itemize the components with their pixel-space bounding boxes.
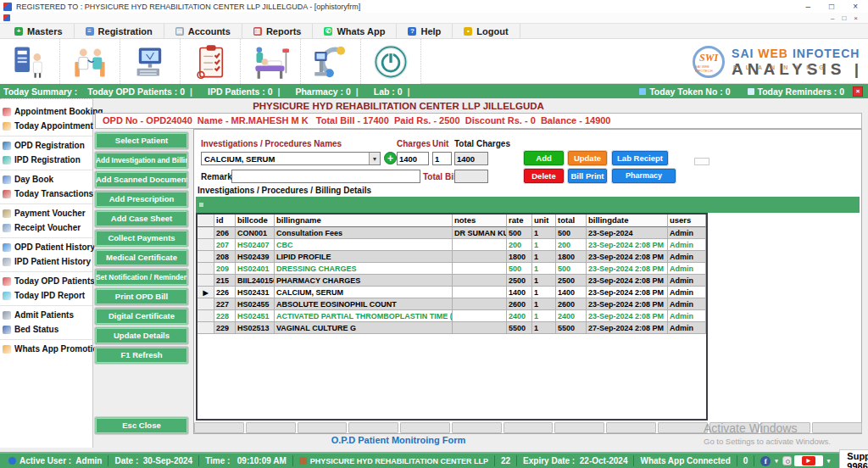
scrollbar-segment[interactable] xyxy=(194,422,244,433)
grid-column-billingname[interactable]: billingname xyxy=(275,214,453,227)
add-prescription-button[interactable]: Add Prescription xyxy=(95,191,188,208)
menu-item-help[interactable]: ?Help xyxy=(397,24,453,38)
facebook-caret-icon[interactable]: ▾ xyxy=(775,458,778,465)
youtube-caret-icon[interactable]: ▾ xyxy=(827,458,831,465)
print-opd-bill-button[interactable]: Print OPD Bill xyxy=(95,288,188,305)
summary-close-icon[interactable]: × xyxy=(853,86,863,97)
sidebar-item-bed-status[interactable]: Bed Status xyxy=(0,322,92,337)
set-notification-reminders-button[interactable]: Set Notification / Reminders xyxy=(95,269,188,286)
table-row[interactable]: 209HS02401DRESSING CHARGES500150023-Sep-… xyxy=(198,263,706,275)
menu-item-whats-app[interactable]: ✆Whats App xyxy=(313,24,397,38)
power-icon[interactable] xyxy=(361,39,421,84)
sidebar-item-day-book[interactable]: Day Book xyxy=(0,172,92,187)
scrollbar-segment[interactable] xyxy=(298,422,348,433)
grid-column-unit[interactable]: unit xyxy=(532,214,556,227)
bill-print-button[interactable]: Bill Print xyxy=(568,169,607,183)
maximize-button[interactable]: □ xyxy=(829,1,834,12)
scrollbar-segment[interactable] xyxy=(246,422,296,433)
update-button[interactable]: Update xyxy=(568,151,607,165)
sidebar-item-today-ipd-report[interactable]: Today IPD Report xyxy=(0,288,92,303)
add-button[interactable]: Add xyxy=(524,151,564,165)
medical-certificate-button[interactable]: Medical Certificate xyxy=(95,249,188,266)
sidebar-item-appointment-booking[interactable]: Appointment Booking xyxy=(0,104,92,119)
checklist-clipboard-icon[interactable] xyxy=(181,39,241,84)
doctor-consultation-icon[interactable] xyxy=(60,39,120,84)
scrollbar-segment[interactable] xyxy=(400,422,450,433)
youtube-icon[interactable]: ▶ xyxy=(794,455,823,466)
child-close-button[interactable]: × xyxy=(854,13,858,24)
grid-column-rate[interactable]: rate xyxy=(507,214,532,227)
sidebar-item-payment-voucher[interactable]: Payment Voucher xyxy=(0,206,92,220)
f1-refresh-button[interactable]: F1 Refresh xyxy=(95,347,188,364)
child-restore-button[interactable]: □ xyxy=(842,13,846,24)
sidebar-item-today-appointment-list[interactable]: Today Appointment list xyxy=(0,119,92,133)
billing-grid: idbillcodebillingnamenotesrateunittotalb… xyxy=(196,213,708,421)
collect-payments-button[interactable]: Collect Payments xyxy=(95,230,188,247)
investigation-dropdown[interactable]: CALCIUM, SERUM ▾ xyxy=(201,152,381,165)
child-minimize-button[interactable]: – xyxy=(831,13,834,24)
table-row[interactable]: 227HS02455ABSOLUTE EOSINOPHIL COUNT26001… xyxy=(198,298,706,310)
scan-machine-icon[interactable] xyxy=(301,39,361,84)
facebook-icon[interactable]: f xyxy=(760,456,771,466)
support-phone[interactable]: Support : 9986170602 xyxy=(839,449,868,468)
minimize-button[interactable]: – xyxy=(806,1,811,12)
menu-item-masters[interactable]: +Masters xyxy=(3,24,75,38)
sidebar-item-receipt-voucher[interactable]: Receipt Voucher xyxy=(0,220,92,235)
scrollbar-segment[interactable] xyxy=(452,422,502,433)
sidebar-item-today-transactions[interactable]: Today Transactions xyxy=(0,187,92,201)
delete-button[interactable]: Delete xyxy=(524,169,564,183)
grid-column-users[interactable]: users xyxy=(668,214,706,227)
update-details-button[interactable]: Update Details xyxy=(95,327,188,344)
sidebar-item-ipd-registration[interactable]: IPD Registration xyxy=(0,153,92,167)
scrollbar-segment[interactable] xyxy=(658,422,708,433)
bed-status-icon xyxy=(3,326,11,334)
sidebar-item-opd-patient-history[interactable]: OPD Patient History xyxy=(0,240,92,254)
table-row[interactable]: 215BIIL240156PHARMACY CHARGES25001250023… xyxy=(198,275,706,287)
table-row[interactable]: ▶226HS02431CALCIUM, SERUM14001140023-Sep… xyxy=(198,287,706,298)
summary-item: IPD Patients : 0 xyxy=(208,86,272,97)
appointment-desk-icon[interactable] xyxy=(0,39,60,84)
sidebar-item-opd-registration[interactable]: OPD Registration xyxy=(0,138,92,153)
sidebar-item-whats-app-promotions[interactable]: Whats App Promotions xyxy=(0,342,92,356)
grid-column-total[interactable]: total xyxy=(556,214,587,227)
add-investigation-and-billing-button[interactable]: Add Investigation and Billing xyxy=(95,152,188,169)
add-scanned-documents-button[interactable]: Add Scanned Documents xyxy=(95,171,188,188)
sidebar-item-today-opd-patients[interactable]: Today OPD Patients xyxy=(0,274,92,288)
close-button[interactable]: × xyxy=(853,1,858,12)
table-row[interactable]: 208HS02439LIPID PROFILE18001180023-Sep-2… xyxy=(198,251,706,263)
table-row[interactable]: 229HS02513VAGINAL CULTURE G55001550027-S… xyxy=(198,322,706,334)
grid-column-billcode[interactable]: billcode xyxy=(236,214,275,227)
remarks-input[interactable] xyxy=(231,170,420,183)
sidebar-item-admit-patients[interactable]: Admit Patients xyxy=(0,308,92,322)
grid-column-billingdate[interactable]: billingdate xyxy=(587,214,668,227)
add-case-sheet-button[interactable]: Add Case Sheet xyxy=(95,210,188,227)
menu-item-logout[interactable]: •Logout xyxy=(453,24,520,38)
scrollbar-segment[interactable] xyxy=(554,422,604,433)
charges-input[interactable] xyxy=(397,152,429,165)
add-investigation-icon[interactable]: + xyxy=(384,152,397,164)
grid-column-id[interactable]: id xyxy=(214,214,236,227)
unit-input[interactable] xyxy=(432,152,452,165)
menu-item-reports[interactable]: ▥Reports xyxy=(242,24,314,38)
select-patient-button[interactable]: Select Patient xyxy=(95,132,188,149)
table-row[interactable]: 228HS02451ACTIVATED PARTIAL THROMBOPLAST… xyxy=(198,310,706,322)
menu-item-accounts[interactable]: ▤Accounts xyxy=(164,24,242,38)
table-row[interactable]: 207HS02407CBC200120023-Sep-2024 2:08 PMA… xyxy=(198,239,706,251)
scrollbar-segment[interactable] xyxy=(606,422,656,433)
scrollbar-segment[interactable] xyxy=(504,422,554,433)
digital-certificate-button[interactable]: Digital Certificate xyxy=(95,308,188,325)
user-icon xyxy=(8,457,16,465)
table-row[interactable]: 206CON001Consultation FeesDR SUMAN KUMAR… xyxy=(198,227,706,239)
ipd-history-icon xyxy=(3,258,11,266)
menu-item-registration[interactable]: ≡Registration xyxy=(75,24,164,38)
pharmacy-receipt-button[interactable]: Pharmacy Reciept xyxy=(612,169,676,183)
app-icon xyxy=(3,3,12,11)
sidebar-item-ipd-patient-history[interactable]: IPD Patient History xyxy=(0,254,92,269)
instagram-icon[interactable] xyxy=(782,456,792,465)
scrollbar-segment[interactable] xyxy=(348,422,398,433)
patient-bed-icon[interactable] xyxy=(241,39,301,84)
esc-close-button[interactable]: Esc Close xyxy=(95,417,188,434)
lab-receipt-button[interactable]: Lab Reciept xyxy=(612,151,668,165)
computer-icon[interactable] xyxy=(120,39,181,84)
grid-column-notes[interactable]: notes xyxy=(453,214,507,227)
